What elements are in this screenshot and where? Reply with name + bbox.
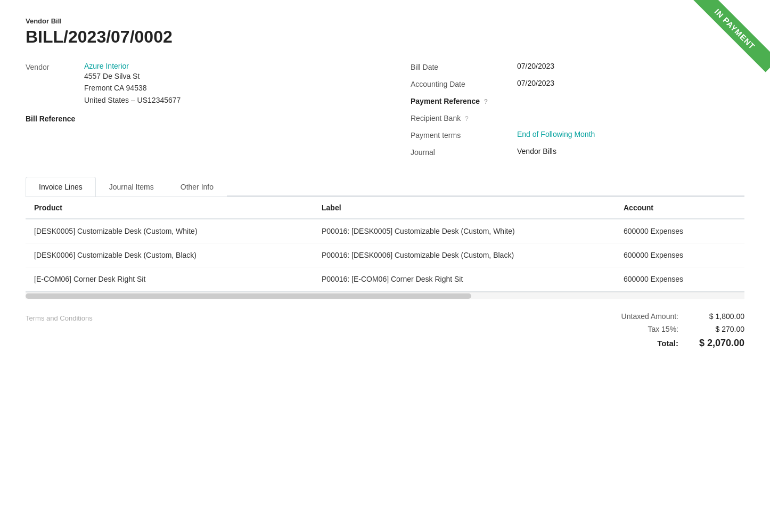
table-row[interactable]: [E-COM06] Corner Desk Right Sit P00016: …: [26, 267, 744, 291]
accounting-date-label: Accounting Date: [411, 79, 517, 88]
vendor-bill-label: Vendor Bill: [26, 17, 744, 25]
table-cell-account: 600000 Expenses: [615, 243, 744, 267]
tab-journal-items[interactable]: Journal Items: [96, 177, 167, 197]
tab-invoice-lines[interactable]: Invoice Lines: [26, 177, 96, 197]
vendor-field-label: Vendor: [26, 62, 84, 106]
untaxed-amount-value: $ 1,800.00: [691, 312, 744, 321]
meta-right: Bill Date 07/20/2023 Accounting Date 07/…: [385, 62, 744, 164]
table-row[interactable]: [DESK0005] Customizable Desk (Custom, Wh…: [26, 219, 744, 243]
col-header-label: Label: [313, 197, 615, 219]
payment-reference-label: Payment Reference ?: [411, 96, 517, 105]
table-cell-label: P00016: [E-COM06] Corner Desk Right Sit: [313, 267, 615, 291]
vendor-address-line2: Fremont CA 94538: [84, 82, 359, 94]
payment-terms-label: Payment terms: [411, 130, 517, 140]
journal-value: Vendor Bills: [517, 147, 744, 155]
bill-date-value: 07/20/2023: [517, 62, 744, 70]
invoice-table: Product Label Account [DESK0005] Customi…: [26, 197, 744, 291]
table-cell-label: P00016: [DESK0005] Customizable Desk (Cu…: [313, 219, 615, 243]
invoice-table-container: Product Label Account [DESK0005] Customi…: [26, 197, 744, 292]
tax-row: Tax 15%: $ 270.00: [574, 325, 744, 333]
bill-reference-label: Bill Reference: [26, 114, 359, 123]
page: IN PAYMENT Vendor Bill BILL/2023/07/0002…: [0, 0, 770, 532]
horizontal-scrollbar[interactable]: [26, 292, 744, 299]
payment-terms-row: Payment terms End of Following Month: [411, 130, 744, 140]
vendor-name[interactable]: Azure Interior: [84, 62, 359, 70]
table-cell-account: 600000 Expenses: [615, 267, 744, 291]
recipient-bank-row: Recipient Bank ?: [411, 113, 744, 122]
grand-total-row: Total: $ 2,070.00: [574, 338, 744, 349]
table-cell-product: [DESK0006] Customizable Desk (Custom, Bl…: [26, 243, 313, 267]
meta-section: Vendor Azure Interior 4557 De Silva St F…: [26, 62, 744, 164]
table-cell-product: [DESK0005] Customizable Desk (Custom, Wh…: [26, 219, 313, 243]
scrollbar-thumb[interactable]: [26, 293, 471, 299]
table-cell-account: 600000 Expenses: [615, 219, 744, 243]
tax-label: Tax 15%:: [593, 325, 678, 333]
table-header-row: Product Label Account: [26, 197, 744, 219]
table-cell-product: [E-COM06] Corner Desk Right Sit: [26, 267, 313, 291]
totals-section: Untaxed Amount: $ 1,800.00 Tax 15%: $ 27…: [574, 312, 744, 353]
col-header-product: Product: [26, 197, 313, 219]
col-header-account: Account: [615, 197, 744, 219]
vendor-address-line3: United States – US12345677: [84, 94, 359, 106]
tab-other-info[interactable]: Other Info: [167, 177, 227, 197]
table-cell-label: P00016: [DESK0006] Customizable Desk (Cu…: [313, 243, 615, 267]
accounting-date-value: 07/20/2023: [517, 79, 744, 87]
journal-label: Journal: [411, 147, 517, 157]
table-row[interactable]: [DESK0006] Customizable Desk (Custom, Bl…: [26, 243, 744, 267]
meta-left: Vendor Azure Interior 4557 De Silva St F…: [26, 62, 385, 164]
recipient-bank-label: Recipient Bank ?: [411, 113, 517, 122]
journal-row: Journal Vendor Bills: [411, 147, 744, 157]
terms-and-conditions-label: Terms and Conditions: [26, 312, 93, 322]
bill-number: BILL/2023/07/0002: [26, 27, 744, 47]
payment-terms-value[interactable]: End of Following Month: [517, 130, 744, 138]
accounting-date-row: Accounting Date 07/20/2023: [411, 79, 744, 88]
footer-section: Terms and Conditions Untaxed Amount: $ 1…: [26, 299, 744, 353]
untaxed-amount-label: Untaxed Amount:: [593, 312, 678, 321]
bill-date-row: Bill Date 07/20/2023: [411, 62, 744, 71]
bill-date-label: Bill Date: [411, 62, 517, 71]
payment-reference-row: Payment Reference ?: [411, 96, 744, 105]
total-value: $ 2,070.00: [691, 338, 744, 349]
total-label: Total:: [593, 339, 678, 348]
vendor-row: Vendor Azure Interior 4557 De Silva St F…: [26, 62, 359, 106]
untaxed-amount-row: Untaxed Amount: $ 1,800.00: [574, 312, 744, 321]
vendor-details: Azure Interior 4557 De Silva St Fremont …: [84, 62, 359, 106]
vendor-address-line1: 4557 De Silva St: [84, 70, 359, 82]
recipient-bank-help-icon[interactable]: ?: [465, 115, 469, 122]
payment-reference-help-icon[interactable]: ?: [484, 98, 488, 105]
tax-value: $ 270.00: [691, 325, 744, 333]
tabs: Invoice Lines Journal Items Other Info: [26, 177, 744, 197]
